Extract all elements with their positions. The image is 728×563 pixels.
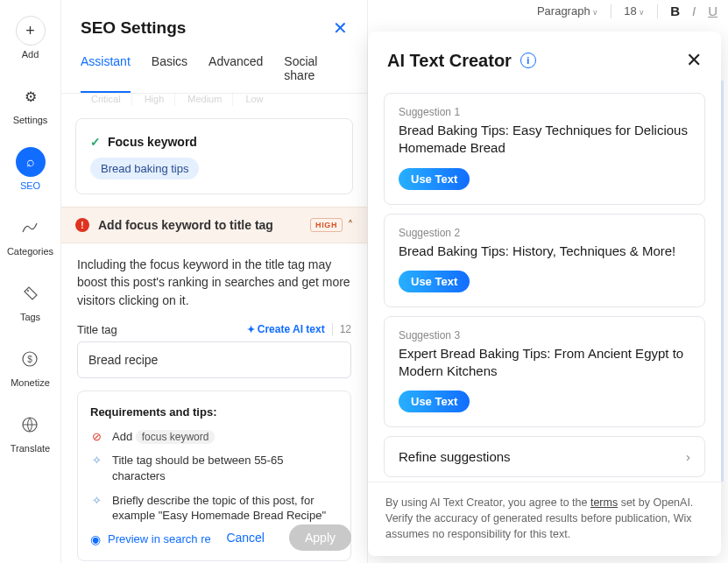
rail-label: Settings — [13, 115, 48, 125]
issue-row[interactable]: ! Add focus keyword to title tag HIGH ˄ — [61, 207, 367, 243]
dollar-icon: $ — [15, 344, 45, 374]
chevron-up-icon: ˄ — [348, 219, 353, 231]
suggestion-label: Suggestion 3 — [399, 329, 690, 341]
req-item: ✧ Briefly describe the topic of this pos… — [90, 493, 338, 524]
editor-toolbar: Paragraph 18 B I U — [537, 4, 717, 18]
char-counter: 12 — [332, 323, 351, 335]
suggestion-text: Bread Baking Tips: History, Techniques &… — [399, 243, 690, 260]
issue-text: Add focus keyword to title tag — [98, 218, 273, 232]
focus-keyword-card: ✓ Focus keyword Bread baking tips — [75, 118, 353, 194]
overlay-title: AI Text Creator — [387, 51, 512, 71]
refine-suggestions[interactable]: Refine suggestions › — [384, 436, 705, 477]
use-text-button[interactable]: Use Text — [399, 391, 470, 412]
close-icon[interactable]: ✕ — [686, 49, 702, 72]
cancel-button[interactable]: Cancel — [210, 524, 280, 551]
gear-icon: ⚙ — [16, 81, 46, 111]
refine-label: Refine suggestions — [399, 449, 511, 464]
error-icon: ⊘ — [90, 429, 103, 445]
svg-point-0 — [27, 290, 29, 292]
bold-button[interactable]: B — [670, 4, 680, 18]
search-icon: ⌕ — [16, 147, 46, 177]
rail-categories[interactable]: Categories — [7, 213, 53, 257]
rail-translate[interactable]: Translate — [11, 410, 50, 454]
overlay-footer: By using AI Text Creator, you agree to t… — [368, 482, 721, 556]
left-rail: + Add ⚙ Settings ⌕ SEO Categories Tags $… — [0, 0, 61, 563]
rail-label: Tags — [20, 312, 40, 322]
rail-label: Categories — [7, 246, 53, 257]
filter-critical[interactable]: Critical — [81, 92, 132, 106]
suggestion-card: Suggestion 2 Bread Baking Tips: History,… — [384, 214, 705, 307]
req-item: ✧ Title tag should be between 55-65 char… — [90, 453, 338, 483]
req-text: Briefly describe the topic of this post,… — [112, 493, 338, 524]
suggestion-card: Suggestion 3 Expert Bread Baking Tips: F… — [384, 316, 705, 428]
severity-badge: HIGH — [310, 218, 343, 232]
focus-keyword-chip[interactable]: Bread baking tips — [90, 158, 199, 179]
check-icon: ✓ — [90, 135, 101, 149]
filter-medium[interactable]: Medium — [177, 92, 233, 106]
req-text: Title tag should be between 55-65 charac… — [112, 453, 338, 483]
style-dropdown[interactable]: Paragraph — [537, 4, 598, 18]
alert-icon: ! — [75, 218, 89, 232]
terms-link[interactable]: terms — [590, 496, 618, 509]
close-icon[interactable]: ✕ — [333, 18, 348, 39]
requirements-title: Requirements and tips: — [90, 405, 338, 419]
panel-title: SEO Settings — [81, 18, 186, 38]
suggestion-text: Bread Baking Tips: Easy Techniques for D… — [399, 122, 690, 158]
globe-icon — [15, 410, 45, 440]
eye-icon: ◉ — [90, 532, 101, 546]
suggestion-label: Suggestion 2 — [399, 227, 690, 239]
rail-monetize[interactable]: $ Monetize — [11, 344, 50, 388]
create-ai-text-link[interactable]: Create AI text — [247, 323, 325, 335]
apply-button[interactable]: Apply — [289, 524, 351, 551]
use-text-button[interactable]: Use Text — [399, 168, 470, 190]
chevron-right-icon: › — [686, 449, 690, 464]
rail-label: SEO — [20, 180, 40, 191]
italic-button[interactable]: I — [692, 4, 696, 18]
tab-advanced[interactable]: Advanced — [209, 54, 263, 93]
filter-high[interactable]: High — [134, 92, 176, 106]
rail-label: Monetize — [11, 377, 50, 388]
bulb-icon: ✧ — [90, 493, 103, 509]
tag-icon — [16, 278, 46, 308]
seo-panel: SEO Settings ✕ Assistant Basics Advanced… — [61, 0, 368, 563]
req-text: Add — [112, 430, 132, 443]
suggestion-label: Suggestion 1 — [399, 106, 690, 118]
suggestion-text: Expert Bread Baking Tips: From Ancient E… — [399, 345, 690, 381]
tab-basics[interactable]: Basics — [152, 54, 187, 93]
info-icon[interactable]: i — [520, 53, 536, 68]
req-chip: focus keyword — [136, 430, 216, 444]
use-text-button[interactable]: Use Text — [399, 271, 470, 292]
req-item: ⊘ Add focus keyword — [90, 429, 338, 445]
tab-social-share[interactable]: Social share — [284, 54, 348, 93]
categories-icon — [15, 213, 45, 243]
rail-add[interactable]: + Add — [16, 16, 46, 60]
issue-description: Including the focus keyword in the title… — [77, 256, 351, 309]
fontsize-dropdown[interactable]: 18 — [624, 4, 645, 18]
underline-button[interactable]: U — [708, 4, 717, 18]
editor-area: Paragraph 18 B I U AI Text Creator i ✕ S… — [368, 0, 728, 563]
rail-label: Translate — [11, 443, 50, 454]
title-tag-label: Title tag — [77, 323, 117, 336]
suggestion-card: Suggestion 1 Bread Baking Tips: Easy Tec… — [384, 93, 705, 205]
tab-assistant[interactable]: Assistant — [81, 54, 131, 93]
rail-seo[interactable]: ⌕ SEO — [16, 147, 46, 191]
rail-tags[interactable]: Tags — [16, 278, 46, 322]
severity-filters: Critical High Medium Low — [61, 92, 367, 106]
panel-tabs: Assistant Basics Advanced Social share — [61, 47, 367, 94]
filter-low[interactable]: Low — [235, 92, 273, 106]
title-tag-input[interactable] — [77, 341, 351, 378]
bulb-icon: ✧ — [90, 453, 103, 468]
ai-text-creator-panel: AI Text Creator i ✕ Suggestion 1 Bread B… — [368, 32, 721, 556]
rail-settings[interactable]: ⚙ Settings — [13, 81, 48, 125]
rail-label: Add — [22, 49, 39, 60]
focus-keyword-title: Focus keyword — [108, 135, 197, 149]
svg-text:$: $ — [28, 355, 33, 364]
plus-icon: + — [16, 16, 46, 46]
